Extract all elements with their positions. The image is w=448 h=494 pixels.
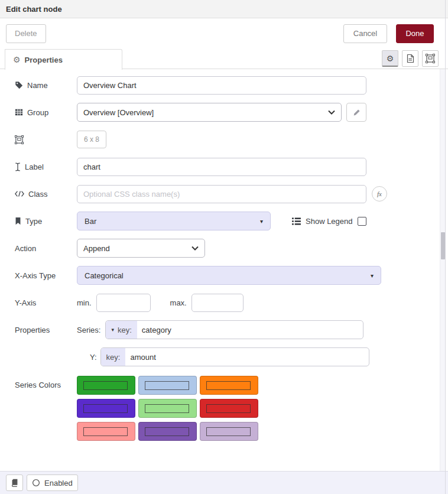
xaxis-dropdown[interactable]: Categorical ▾ [77,266,381,285]
series-color-swatch-9[interactable] [200,422,258,441]
tag-icon [15,81,23,89]
cancel-button[interactable]: Cancel [343,24,387,43]
series-key-input[interactable] [137,321,363,339]
y-label: Y: [90,353,97,362]
y-type-button[interactable]: key: [101,348,126,366]
appearance-icon [426,54,435,63]
color-value-box[interactable] [145,427,189,436]
tab-icon-buttons: ⚙ [382,50,439,67]
widget-label-input[interactable] [77,158,366,176]
yaxis-max-label: max. [170,298,187,307]
book-icon [11,479,18,487]
row-series: Properties Series: ▾ key: [15,320,448,339]
gear-icon: ⚙ [387,54,394,63]
size-button[interactable]: 6 x 8 [77,131,106,148]
action-select-value: Append [83,244,191,253]
series-color-swatch-7[interactable] [77,422,135,441]
bookmark-icon [15,217,21,225]
widget-label-label: Label [15,162,77,171]
xaxis-dropdown-value: Categorical [85,271,371,280]
dialog-footer: Enabled [0,471,448,494]
series-color-swatch-4[interactable] [77,399,135,418]
yaxis-label: Y-Axis [15,298,77,307]
edit-chart-node-dialog: Edit chart node Delete Cancel Done ⚙ Pro… [0,0,448,494]
show-legend-checkbox[interactable] [358,217,366,226]
object-group-icon [15,135,24,144]
fx-button[interactable]: fx [372,186,387,202]
show-legend-label: Show Legend [306,217,353,226]
appearance-tab-button[interactable] [422,50,439,67]
delete-button[interactable]: Delete [6,24,46,43]
vertical-scrollbar[interactable] [440,69,445,471]
enabled-toggle-button[interactable]: Enabled [27,474,78,491]
i-cursor-icon [15,162,21,171]
properties-label: Properties [15,326,77,334]
list-icon [292,217,301,225]
yaxis-max-input[interactable] [191,294,244,312]
color-value-box[interactable] [145,404,189,413]
edit-group-button[interactable] [346,103,366,122]
color-value-box[interactable] [206,404,251,413]
description-icon [406,54,414,63]
series-color-swatch-3[interactable] [200,376,258,395]
group-select-value: Overview [Overview] [83,108,328,117]
row-series-colors: Series Colors [15,376,448,441]
color-value-box[interactable] [83,381,128,390]
chevron-down-icon [328,110,335,115]
yaxis-min-input[interactable] [96,294,151,312]
circle-icon [32,479,40,487]
color-value-box[interactable] [83,404,128,413]
series-color-swatch-2[interactable] [138,376,197,395]
class-input[interactable] [77,185,366,203]
series-colors-grid [77,376,258,441]
action-label: Action [15,244,77,253]
color-value-box[interactable] [206,427,251,436]
size-label [15,135,77,144]
series-type-button[interactable]: ▾ key: [106,321,137,339]
color-value-box[interactable] [145,381,189,390]
gear-icon: ⚙ [13,56,21,64]
series-color-swatch-6[interactable] [200,399,258,418]
show-legend-group: Show Legend [292,217,366,226]
caret-down-icon: ▾ [260,218,263,225]
name-input[interactable] [77,76,366,95]
dialog-toolbar: Delete Cancel Done [0,18,448,48]
class-label: Class [15,190,77,199]
color-value-box[interactable] [83,427,128,436]
group-label: Group [15,108,77,117]
type-dropdown-value: Bar [85,217,260,226]
yaxis-min-label: min. [77,298,92,307]
row-group: Group Overview [Overview] [15,103,448,122]
series-colors-label: Series Colors [15,381,77,389]
series-color-swatch-1[interactable] [77,376,135,395]
row-action: Action Append [15,239,448,258]
row-label: Label [15,157,448,176]
tab-bar: ⚙ Properties ⚙ [0,48,448,69]
y-key-input[interactable] [125,348,368,366]
group-select[interactable]: Overview [Overview] [77,103,342,122]
description-tab-button[interactable] [402,50,418,67]
properties-tab-button[interactable]: ⚙ [382,50,398,67]
color-value-box[interactable] [206,381,251,390]
series-color-swatch-8[interactable] [138,422,197,441]
tab-properties-label: Properties [25,56,63,64]
row-type: Type Bar ▾ Show Legend [15,212,448,230]
dialog-title: Edit chart node [6,5,62,14]
node-help-button[interactable] [6,474,23,491]
row-size: 6 x 8 [15,130,448,149]
dialog-edge-divider [445,0,446,494]
dialog-header: Edit chart node [0,0,448,18]
y-type-label: key: [106,353,121,362]
type-dropdown[interactable]: Bar ▾ [77,212,271,230]
code-icon [15,190,24,197]
action-select[interactable]: Append [77,239,205,258]
tab-properties[interactable]: ⚙ Properties [5,49,122,70]
scrollbar-thumb[interactable] [441,232,445,259]
caret-down-icon: ▾ [371,272,374,279]
caret-down-icon: ▾ [111,327,114,333]
xaxis-label: X-Axis Type [15,271,77,280]
series-color-swatch-5[interactable] [138,399,197,418]
pencil-icon [353,109,361,116]
table-icon [15,108,23,116]
done-button[interactable]: Done [396,24,434,43]
